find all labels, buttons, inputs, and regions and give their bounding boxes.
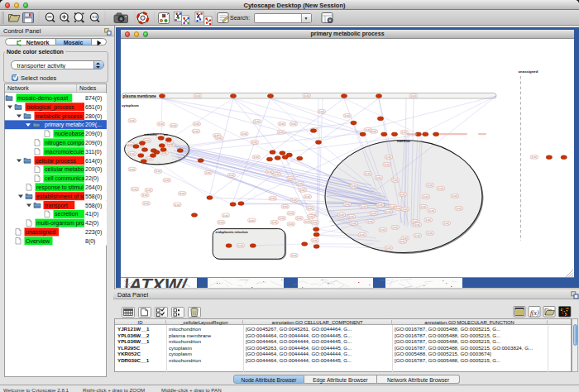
svg-text:f(x): f(x)	[530, 309, 539, 317]
